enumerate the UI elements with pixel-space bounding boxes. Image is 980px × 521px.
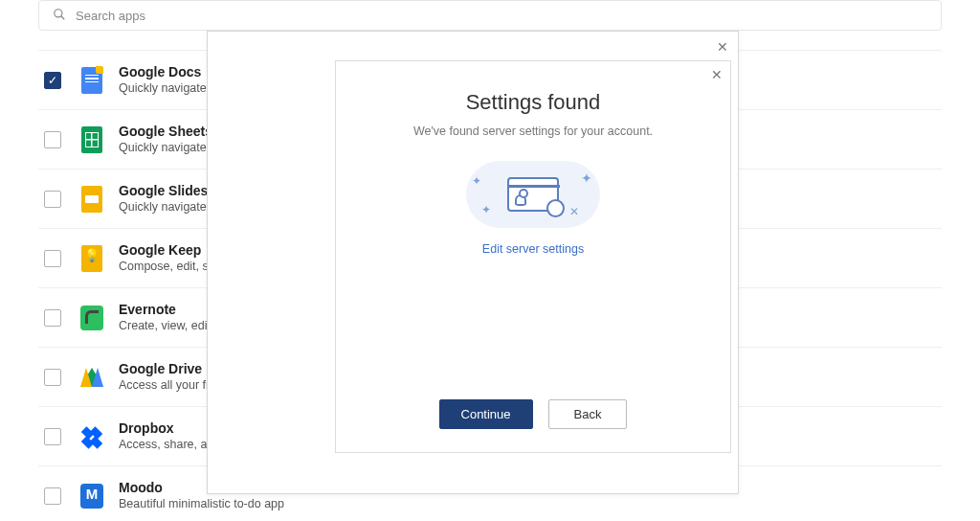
svg-line-1	[61, 15, 65, 19]
dropbox-icon	[80, 425, 103, 448]
checkbox[interactable]	[44, 487, 61, 505]
settings-found-dialog: ✕ Settings found We've found server sett…	[335, 60, 731, 453]
continue-button[interactable]: Continue	[439, 399, 533, 429]
dialog-title: Settings found	[359, 90, 707, 115]
search-icon	[53, 8, 66, 24]
google-docs-icon	[80, 69, 103, 92]
checkbox[interactable]	[44, 369, 61, 386]
checkbox[interactable]	[44, 191, 61, 208]
google-keep-icon	[80, 247, 103, 270]
edit-server-settings-link[interactable]: Edit server settings	[482, 242, 584, 256]
google-sheets-icon	[80, 128, 103, 151]
search-input[interactable]	[76, 9, 927, 23]
svg-point-0	[55, 9, 62, 16]
checkbox[interactable]	[44, 428, 61, 445]
checkbox[interactable]	[44, 309, 61, 327]
checkbox[interactable]	[44, 250, 61, 267]
close-icon[interactable]: ✕	[711, 67, 723, 82]
checkbox[interactable]	[44, 131, 61, 148]
back-button[interactable]: Back	[548, 399, 628, 429]
close-icon[interactable]: ✕	[717, 39, 728, 55]
settings-illustration: ✦✦✕✦	[466, 161, 600, 228]
dialog-subtitle: We've found server settings for your acc…	[359, 125, 707, 138]
checkbox[interactable]: ✓	[44, 72, 61, 89]
moodo-icon	[80, 485, 103, 508]
app-desc: Beautiful minimalistic to-do app	[119, 496, 284, 511]
search-bar[interactable]	[38, 0, 942, 31]
google-slides-icon	[80, 188, 103, 211]
google-drive-icon	[80, 366, 103, 389]
evernote-icon	[80, 306, 103, 329]
